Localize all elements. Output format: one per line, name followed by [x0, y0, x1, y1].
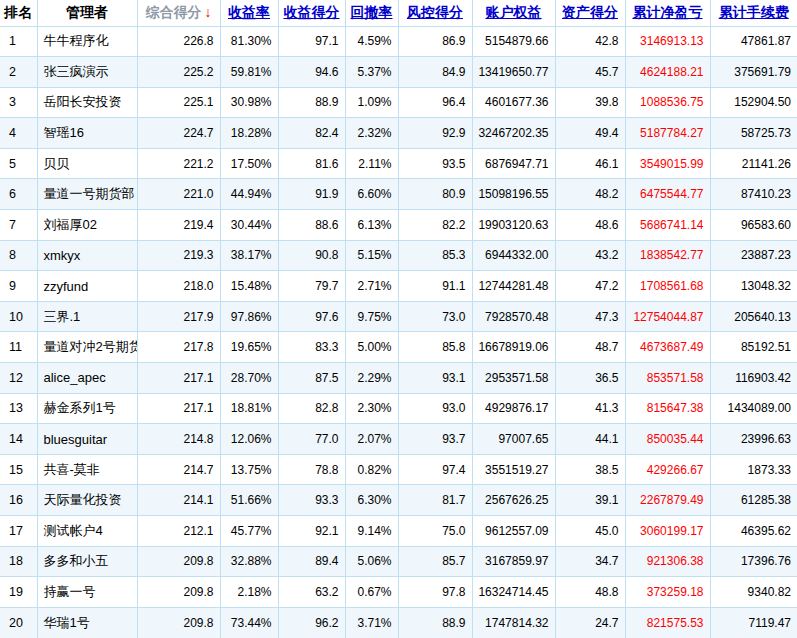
column-header-manager: 管理者	[37, 0, 137, 26]
cell-asset_score: 47.3	[555, 301, 625, 332]
column-header-label: 回撤率	[351, 4, 393, 20]
cell-drawdown_rate: 9.75%	[345, 301, 398, 332]
column-header-net_pnl[interactable]: 累计净盈亏	[625, 0, 710, 26]
cell-manager: 多多和小五	[37, 546, 137, 577]
cell-net_pnl: 4673687.49	[625, 332, 710, 363]
cell-return_score: 89.4	[278, 546, 345, 577]
cell-score: 219.3	[137, 240, 220, 271]
cell-return_rate: 18.81%	[220, 393, 278, 424]
cell-net_pnl: 921306.38	[625, 546, 710, 577]
cell-return_rate: 15.48%	[220, 271, 278, 302]
cell-asset_score: 47.2	[555, 271, 625, 302]
header-row: 排名管理者综合得分↓收益率收益得分回撤率风控得分账户权益资产得分累计净盈亏累计手…	[0, 0, 797, 26]
column-header-label: 账户权益	[486, 4, 542, 20]
cell-equity: 12744281.48	[472, 271, 555, 302]
cell-drawdown_rate: 6.30%	[345, 485, 398, 516]
column-header-fees[interactable]: 累计手续费	[710, 0, 797, 26]
cell-fees: 7119.47	[710, 607, 797, 638]
cell-return_score: 82.8	[278, 393, 345, 424]
cell-return_score: 94.6	[278, 57, 345, 88]
cell-fees: 17396.76	[710, 546, 797, 577]
cell-risk_score: 80.9	[398, 179, 472, 210]
cell-fees: 9340.82	[710, 577, 797, 608]
cell-net_pnl: 1838542.77	[625, 240, 710, 271]
cell-score: 212.1	[137, 516, 220, 547]
cell-asset_score: 45.0	[555, 516, 625, 547]
cell-asset_score: 43.2	[555, 240, 625, 271]
cell-manager: 三界.1	[37, 301, 137, 332]
cell-rank: 17	[0, 516, 37, 547]
column-header-return_score[interactable]: 收益得分	[278, 0, 345, 26]
cell-score: 225.2	[137, 57, 220, 88]
cell-fees: 1434089.00	[710, 393, 797, 424]
cell-risk_score: 93.1	[398, 363, 472, 394]
cell-net_pnl: 3060199.17	[625, 516, 710, 547]
cell-net_pnl: 12754044.87	[625, 301, 710, 332]
cell-manager: 贝贝	[37, 148, 137, 179]
column-header-risk_score[interactable]: 风控得分	[398, 0, 472, 26]
cell-asset_score: 36.5	[555, 363, 625, 394]
table-row: 19持赢一号209.82.18%63.20.67%97.816324714.45…	[0, 577, 797, 608]
column-header-equity[interactable]: 账户权益	[472, 0, 555, 26]
cell-drawdown_rate: 2.30%	[345, 393, 398, 424]
cell-score: 209.8	[137, 577, 220, 608]
cell-manager: zzyfund	[37, 271, 137, 302]
column-header-return_rate[interactable]: 收益率	[220, 0, 278, 26]
cell-risk_score: 85.8	[398, 332, 472, 363]
cell-return_score: 91.9	[278, 179, 345, 210]
column-header-score[interactable]: 综合得分↓	[137, 0, 220, 26]
column-header-label: 收益得分	[284, 4, 340, 20]
table-row: 17测试帐户4212.145.77%92.19.14%75.09612557.0…	[0, 516, 797, 547]
cell-fees: 61285.38	[710, 485, 797, 516]
cell-net_pnl: 5686741.14	[625, 210, 710, 241]
cell-net_pnl: 3146913.13	[625, 26, 710, 57]
cell-asset_score: 24.7	[555, 607, 625, 638]
cell-risk_score: 84.9	[398, 57, 472, 88]
cell-fees: 47861.87	[710, 26, 797, 57]
cell-drawdown_rate: 5.06%	[345, 546, 398, 577]
cell-asset_score: 44.1	[555, 424, 625, 455]
cell-equity: 16324714.45	[472, 577, 555, 608]
cell-return_score: 77.0	[278, 424, 345, 455]
cell-return_rate: 18.28%	[220, 118, 278, 149]
cell-return_score: 90.8	[278, 240, 345, 271]
cell-asset_score: 42.8	[555, 26, 625, 57]
column-header-label: 收益率	[228, 4, 270, 20]
cell-drawdown_rate: 2.29%	[345, 363, 398, 394]
table-row: 13赫金系列1号217.118.81%82.82.30%93.04929876.…	[0, 393, 797, 424]
cell-net_pnl: 1708561.68	[625, 271, 710, 302]
cell-return_score: 83.3	[278, 332, 345, 363]
cell-net_pnl: 3549015.99	[625, 148, 710, 179]
cell-equity: 9612557.09	[472, 516, 555, 547]
table-row: 4智瑶16224.718.28%82.42.32%92.932467202.35…	[0, 118, 797, 149]
cell-net_pnl: 373259.18	[625, 577, 710, 608]
cell-fees: 96583.60	[710, 210, 797, 241]
cell-fees: 85192.51	[710, 332, 797, 363]
column-header-asset_score[interactable]: 资产得分	[555, 0, 625, 26]
table-row: 18多多和小五209.832.88%89.45.06%85.73167859.9…	[0, 546, 797, 577]
cell-fees: 23996.63	[710, 424, 797, 455]
cell-rank: 12	[0, 363, 37, 394]
cell-rank: 20	[0, 607, 37, 638]
cell-equity: 19903120.63	[472, 210, 555, 241]
table-row: 14bluesguitar214.812.06%77.02.07%93.7970…	[0, 424, 797, 455]
cell-manager: 共喜-莫非	[37, 454, 137, 485]
cell-return_score: 79.7	[278, 271, 345, 302]
cell-risk_score: 92.9	[398, 118, 472, 149]
cell-equity: 3551519.27	[472, 454, 555, 485]
cell-equity: 97007.65	[472, 424, 555, 455]
cell-return_rate: 2.18%	[220, 577, 278, 608]
cell-return_score: 97.6	[278, 301, 345, 332]
cell-return_rate: 73.44%	[220, 607, 278, 638]
cell-fees: 116903.42	[710, 363, 797, 394]
cell-score: 224.7	[137, 118, 220, 149]
cell-return_rate: 44.94%	[220, 179, 278, 210]
column-header-drawdown_rate[interactable]: 回撤率	[345, 0, 398, 26]
cell-drawdown_rate: 6.60%	[345, 179, 398, 210]
cell-return_score: 92.1	[278, 516, 345, 547]
cell-rank: 8	[0, 240, 37, 271]
cell-equity: 2953571.58	[472, 363, 555, 394]
cell-risk_score: 81.7	[398, 485, 472, 516]
cell-risk_score: 85.7	[398, 546, 472, 577]
cell-return_rate: 59.81%	[220, 57, 278, 88]
